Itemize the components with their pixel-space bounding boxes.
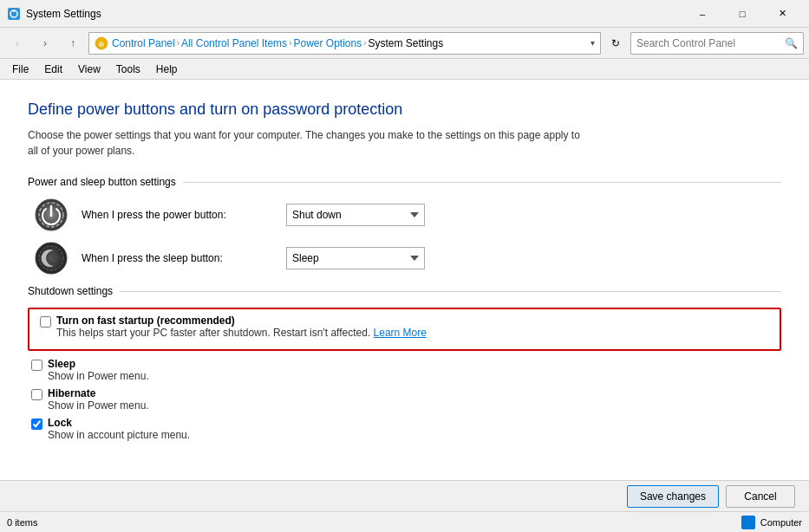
- cancel-button[interactable]: Cancel: [726, 485, 795, 508]
- refresh-button[interactable]: ↻: [604, 32, 627, 55]
- svg-text:⊕: ⊕: [98, 40, 105, 49]
- up-button[interactable]: ↑: [61, 31, 85, 55]
- title-bar: System Settings – □ ✕: [0, 0, 809, 28]
- svg-point-7: [36, 243, 67, 274]
- breadcrumb: Control Panel › All Control Panel Items …: [112, 37, 443, 49]
- shutdown-section-header: Shutdown settings: [28, 285, 781, 297]
- bottom-bar: Save changes Cancel: [0, 480, 809, 511]
- power-button-row: When I press the power button: Do nothin…: [28, 198, 781, 231]
- learn-more-link[interactable]: Learn More: [374, 327, 427, 339]
- hibernate-checkbox[interactable]: [31, 389, 42, 400]
- sleep-button-row: When I press the sleep button: Do nothin…: [28, 242, 781, 275]
- menu-file[interactable]: File: [5, 62, 36, 77]
- breadcrumb-all-items[interactable]: All Control Panel Items: [181, 37, 287, 49]
- lock-sub-label: Show in account picture menu.: [48, 429, 190, 441]
- menu-bar: File Edit View Tools Help: [0, 59, 809, 80]
- power-button-label: When I press the power button:: [82, 209, 272, 221]
- power-button-select[interactable]: Do nothing Sleep Hibernate Shut down Tur…: [286, 204, 425, 226]
- back-button[interactable]: ‹: [5, 31, 29, 55]
- lock-checkbox[interactable]: [31, 418, 42, 430]
- hibernate-sub-label: Show in Power menu.: [48, 399, 149, 412]
- menu-help[interactable]: Help: [149, 62, 185, 77]
- status-computer: Computer: [760, 517, 802, 528]
- maximize-button[interactable]: □: [722, 0, 762, 28]
- sleep-button-label: When I press the sleep button:: [82, 252, 272, 264]
- close-button[interactable]: ✕: [762, 0, 802, 28]
- search-input[interactable]: [636, 37, 785, 49]
- address-bar: ⊕ Control Panel › All Control Panel Item…: [88, 32, 601, 55]
- breadcrumb-power-options[interactable]: Power Options: [293, 37, 362, 49]
- minimize-button[interactable]: –: [682, 0, 722, 28]
- fast-startup-box: Turn on fast startup (recommended) This …: [28, 308, 781, 351]
- svg-rect-0: [8, 8, 20, 20]
- power-button-icon: [35, 198, 68, 231]
- fast-startup-checkbox[interactable]: [40, 316, 51, 328]
- sleep-button-icon: [35, 242, 68, 275]
- hibernate-checkbox-row: Hibernate Show in Power menu.: [28, 387, 781, 412]
- sleep-checkbox[interactable]: [31, 360, 42, 371]
- sleep-button-select[interactable]: Do nothing Sleep Hibernate Shut down Tur…: [286, 247, 425, 269]
- lock-checkbox-label: Lock: [48, 417, 190, 429]
- forward-button[interactable]: ›: [33, 31, 57, 55]
- page-title: Define power buttons and turn on passwor…: [28, 101, 781, 119]
- status-right: Computer: [741, 516, 802, 529]
- menu-tools[interactable]: Tools: [109, 62, 147, 77]
- lock-checkbox-row: Lock Show in account picture menu.: [28, 417, 781, 441]
- computer-status-icon: [741, 516, 755, 529]
- menu-edit[interactable]: Edit: [37, 62, 69, 77]
- power-sleep-section-header: Power and sleep button settings: [28, 176, 781, 188]
- main-content: Define power buttons and turn on passwor…: [0, 80, 809, 480]
- hibernate-checkbox-label: Hibernate: [48, 387, 149, 399]
- location-icon: ⊕: [95, 36, 108, 50]
- window-controls: – □ ✕: [682, 0, 802, 28]
- menu-view[interactable]: View: [71, 62, 108, 77]
- fast-startup-label: Turn on fast startup (recommended): [56, 315, 427, 327]
- search-icon[interactable]: 🔍: [785, 37, 798, 49]
- address-dropdown-icon[interactable]: ▾: [590, 38, 595, 48]
- fast-startup-desc: This helps start your PC faster after sh…: [56, 327, 427, 339]
- sleep-sub-label: Show in Power menu.: [48, 370, 149, 382]
- status-items: 0 items: [7, 517, 37, 528]
- save-button[interactable]: Save changes: [627, 485, 719, 508]
- sleep-checkbox-row: Sleep Show in Power menu.: [28, 358, 781, 382]
- sleep-checkbox-label: Sleep: [48, 358, 149, 370]
- status-bar: 0 items Computer: [0, 511, 809, 532]
- fast-startup-row: Turn on fast startup (recommended) This …: [36, 315, 773, 339]
- page-description: Choose the power settings that you want …: [28, 127, 591, 159]
- breadcrumb-control-panel[interactable]: Control Panel: [112, 37, 175, 49]
- breadcrumb-current: System Settings: [369, 37, 444, 49]
- app-icon: [7, 7, 21, 21]
- navigation-bar: ‹ › ↑ ⊕ Control Panel › All Control Pane…: [0, 28, 809, 59]
- window-title: System Settings: [26, 8, 682, 20]
- search-bar: 🔍: [630, 32, 804, 55]
